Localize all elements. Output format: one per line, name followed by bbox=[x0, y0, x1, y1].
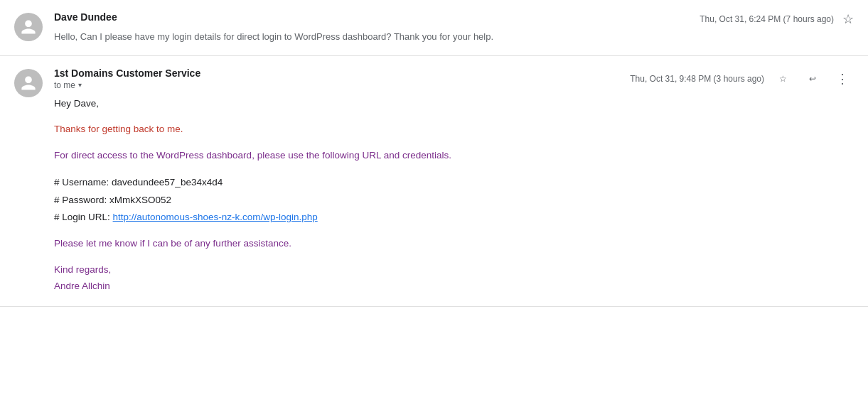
second-email-actions: Thu, Oct 31, 9:48 PM (3 hours ago) ☆ ↩ ⋮ bbox=[630, 67, 854, 90]
greeting: Hey Dave, bbox=[54, 96, 854, 112]
login-url-text-label: # Login URL: bbox=[54, 212, 113, 222]
signer: Andre Allchin bbox=[54, 278, 854, 295]
star-icon: ☆ bbox=[779, 74, 787, 84]
second-email-sender: 1st Domains Customer Service bbox=[54, 67, 200, 79]
credentials-block: # Username: davedundee57_be34x4d4 # Pass… bbox=[54, 174, 854, 226]
reply-button[interactable]: ↩ bbox=[801, 67, 824, 90]
second-email-timestamp: Thu, Oct 31, 9:48 PM (3 hours ago) bbox=[630, 74, 764, 84]
first-email-sender: Dave Dundee bbox=[54, 11, 117, 23]
second-email: 1st Domains Customer Service to me ▾ Thu… bbox=[0, 56, 868, 308]
first-email-timestamp: Thu, Oct 31, 6:24 PM (7 hours ago) bbox=[700, 14, 834, 24]
person-icon-2 bbox=[20, 75, 37, 92]
login-url-line: # Login URL: http://autonomous-shoes-nz-… bbox=[54, 209, 854, 226]
password-line: # Password: xMmkXSO052 bbox=[54, 192, 854, 209]
avatar-1stdomains bbox=[14, 69, 43, 97]
avatar-dave bbox=[14, 13, 43, 41]
first-email-preview: Hello, Can I please have my login detail… bbox=[54, 30, 854, 44]
more-options-button[interactable]: ⋮ bbox=[831, 67, 854, 90]
second-email-body-content: Hey Dave, Thanks for getting back to me.… bbox=[54, 96, 854, 295]
first-email-content: Dave Dundee Thu, Oct 31, 6:24 PM (7 hour… bbox=[54, 11, 854, 44]
first-email-star-icon[interactable]: ☆ bbox=[842, 11, 854, 27]
chevron-down-icon: ▾ bbox=[78, 81, 82, 89]
star-button[interactable]: ☆ bbox=[771, 67, 794, 90]
sign-off: Kind regards, bbox=[54, 262, 854, 278]
email-thread: Dave Dundee Thu, Oct 31, 6:24 PM (7 hour… bbox=[0, 0, 868, 307]
second-email-sender-block: 1st Domains Customer Service to me ▾ bbox=[54, 67, 200, 90]
para2: For direct access to the WordPress dashb… bbox=[54, 148, 854, 164]
first-email: Dave Dundee Thu, Oct 31, 6:24 PM (7 hour… bbox=[0, 0, 868, 56]
person-icon bbox=[20, 18, 37, 36]
second-email-body: 1st Domains Customer Service to me ▾ Thu… bbox=[54, 67, 854, 295]
second-email-to[interactable]: to me ▾ bbox=[54, 80, 200, 90]
more-dots-icon: ⋮ bbox=[836, 71, 850, 87]
first-email-meta: Thu, Oct 31, 6:24 PM (7 hours ago) ☆ bbox=[700, 11, 854, 27]
para1: Thanks for getting back to me. bbox=[54, 121, 854, 138]
sign-off-block: Kind regards, Andre Allchin bbox=[54, 262, 854, 295]
reply-icon: ↩ bbox=[809, 74, 816, 84]
second-email-header-row: 1st Domains Customer Service to me ▾ Thu… bbox=[54, 67, 854, 90]
login-url-link[interactable]: http://autonomous-shoes-nz-k.com/wp-logi… bbox=[113, 212, 318, 222]
first-email-header: Dave Dundee Thu, Oct 31, 6:24 PM (7 hour… bbox=[54, 11, 854, 27]
username-line: # Username: davedundee57_be34x4d4 bbox=[54, 174, 854, 191]
para3: Please let me know if I can be of any fu… bbox=[54, 236, 854, 252]
